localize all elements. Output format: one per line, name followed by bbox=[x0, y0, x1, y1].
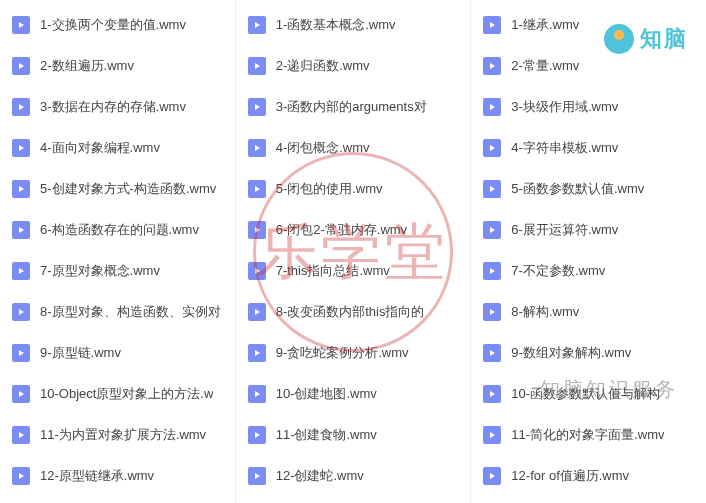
file-item[interactable]: 12-for of值遍历.wmv bbox=[471, 455, 706, 496]
file-item[interactable]: 11-为内置对象扩展方法.wmv bbox=[0, 414, 235, 455]
file-name: 8-解构.wmv bbox=[511, 303, 579, 321]
file-name: 10-创建地图.wmv bbox=[276, 385, 377, 403]
file-name: 11-创建食物.wmv bbox=[276, 426, 377, 444]
file-name: 9-贪吃蛇案例分析.wmv bbox=[276, 344, 409, 362]
file-name: 9-原型链.wmv bbox=[40, 344, 121, 362]
file-item[interactable]: 5-函数参数默认值.wmv bbox=[471, 168, 706, 209]
file-name: 11-为内置对象扩展方法.wmv bbox=[40, 426, 206, 444]
file-name: 9-数组对象解构.wmv bbox=[511, 344, 631, 362]
video-file-icon bbox=[483, 16, 501, 34]
file-name: 2-常量.wmv bbox=[511, 57, 579, 75]
file-name: 11-简化的对象字面量.wmv bbox=[511, 426, 664, 444]
file-name: 10-Object原型对象上的方法.w bbox=[40, 385, 213, 403]
file-item[interactable]: 10-创建地图.wmv bbox=[236, 373, 471, 414]
video-file-icon bbox=[12, 139, 30, 157]
file-item[interactable]: 3-函数内部的arguments对 bbox=[236, 86, 471, 127]
file-item[interactable]: 2-递归函数.wmv bbox=[236, 45, 471, 86]
file-name: 3-函数内部的arguments对 bbox=[276, 98, 427, 116]
video-file-icon bbox=[248, 139, 266, 157]
file-name: 3-块级作用域.wmv bbox=[511, 98, 618, 116]
video-file-icon bbox=[248, 303, 266, 321]
file-item[interactable]: 8-解构.wmv bbox=[471, 291, 706, 332]
video-file-icon bbox=[248, 344, 266, 362]
file-item[interactable]: 5-闭包的使用.wmv bbox=[236, 168, 471, 209]
video-file-icon bbox=[248, 385, 266, 403]
file-name: 1-函数基本概念.wmv bbox=[276, 16, 396, 34]
file-name: 8-原型对象、构造函数、实例对 bbox=[40, 303, 221, 321]
file-item[interactable]: 4-字符串模板.wmv bbox=[471, 127, 706, 168]
video-file-icon bbox=[12, 303, 30, 321]
video-file-icon bbox=[483, 98, 501, 116]
file-column: 1-交换两个变量的值.wmv2-数组遍历.wmv3-数据在内存的存储.wmv4-… bbox=[0, 0, 236, 503]
file-name: 8-改变函数内部this指向的 bbox=[276, 303, 425, 321]
file-name: 6-展开运算符.wmv bbox=[511, 221, 618, 239]
file-item[interactable]: 9-贪吃蛇案例分析.wmv bbox=[236, 332, 471, 373]
video-file-icon bbox=[483, 57, 501, 75]
video-file-icon bbox=[483, 344, 501, 362]
video-file-icon bbox=[12, 467, 30, 485]
file-item[interactable]: 8-原型对象、构造函数、实例对 bbox=[0, 291, 235, 332]
video-file-icon bbox=[12, 385, 30, 403]
file-column: 1-函数基本概念.wmv2-递归函数.wmv3-函数内部的arguments对4… bbox=[236, 0, 472, 503]
file-item[interactable]: 11-简化的对象字面量.wmv bbox=[471, 414, 706, 455]
file-name: 7-不定参数.wmv bbox=[511, 262, 605, 280]
file-column: 1-继承.wmv2-常量.wmv3-块级作用域.wmv4-字符串模板.wmv5-… bbox=[471, 0, 706, 503]
video-file-icon bbox=[12, 57, 30, 75]
video-file-icon bbox=[248, 180, 266, 198]
video-file-icon bbox=[483, 180, 501, 198]
video-file-icon bbox=[483, 385, 501, 403]
file-item[interactable]: 6-构造函数存在的问题.wmv bbox=[0, 209, 235, 250]
video-file-icon bbox=[248, 262, 266, 280]
file-item[interactable]: 2-数组遍历.wmv bbox=[0, 45, 235, 86]
file-item[interactable]: 7-原型对象概念.wmv bbox=[0, 250, 235, 291]
video-file-icon bbox=[248, 221, 266, 239]
file-name: 12-原型链继承.wmv bbox=[40, 467, 154, 485]
file-item[interactable]: 11-创建食物.wmv bbox=[236, 414, 471, 455]
file-item[interactable]: 6-展开运算符.wmv bbox=[471, 209, 706, 250]
file-name: 4-闭包概念.wmv bbox=[276, 139, 370, 157]
file-item[interactable]: 10-Object原型对象上的方法.w bbox=[0, 373, 235, 414]
video-file-icon bbox=[248, 467, 266, 485]
file-name: 4-字符串模板.wmv bbox=[511, 139, 618, 157]
file-name: 3-数据在内存的存储.wmv bbox=[40, 98, 186, 116]
file-item[interactable]: 12-创建蛇.wmv bbox=[236, 455, 471, 496]
file-name: 6-构造函数存在的问题.wmv bbox=[40, 221, 199, 239]
file-item[interactable]: 4-面向对象编程.wmv bbox=[0, 127, 235, 168]
file-name: 10-函数参数默认值与解构 bbox=[511, 385, 660, 403]
video-file-icon bbox=[12, 221, 30, 239]
video-file-icon bbox=[12, 426, 30, 444]
file-item[interactable]: 6-闭包2-常驻内存.wmv bbox=[236, 209, 471, 250]
video-file-icon bbox=[248, 57, 266, 75]
file-item[interactable]: 9-原型链.wmv bbox=[0, 332, 235, 373]
video-file-icon bbox=[12, 262, 30, 280]
video-file-icon bbox=[12, 16, 30, 34]
file-name: 7-原型对象概念.wmv bbox=[40, 262, 160, 280]
file-name: 2-递归函数.wmv bbox=[276, 57, 370, 75]
file-columns: 1-交换两个变量的值.wmv2-数组遍历.wmv3-数据在内存的存储.wmv4-… bbox=[0, 0, 706, 503]
file-item[interactable]: 3-数据在内存的存储.wmv bbox=[0, 86, 235, 127]
file-item[interactable]: 10-函数参数默认值与解构 bbox=[471, 373, 706, 414]
file-name: 7-this指向总结.wmv bbox=[276, 262, 390, 280]
video-file-icon bbox=[483, 139, 501, 157]
file-item[interactable]: 9-数组对象解构.wmv bbox=[471, 332, 706, 373]
file-item[interactable]: 1-交换两个变量的值.wmv bbox=[0, 4, 235, 45]
file-item[interactable]: 1-继承.wmv bbox=[471, 4, 706, 45]
video-file-icon bbox=[12, 344, 30, 362]
file-item[interactable]: 5-创建对象方式-构造函数.wmv bbox=[0, 168, 235, 209]
file-item[interactable]: 12-原型链继承.wmv bbox=[0, 455, 235, 496]
file-item[interactable]: 7-不定参数.wmv bbox=[471, 250, 706, 291]
file-name: 5-函数参数默认值.wmv bbox=[511, 180, 644, 198]
file-item[interactable]: 3-块级作用域.wmv bbox=[471, 86, 706, 127]
file-item[interactable]: 2-常量.wmv bbox=[471, 45, 706, 86]
file-name: 4-面向对象编程.wmv bbox=[40, 139, 160, 157]
video-file-icon bbox=[248, 426, 266, 444]
file-item[interactable]: 8-改变函数内部this指向的 bbox=[236, 291, 471, 332]
file-item[interactable]: 7-this指向总结.wmv bbox=[236, 250, 471, 291]
file-item[interactable]: 4-闭包概念.wmv bbox=[236, 127, 471, 168]
video-file-icon bbox=[12, 180, 30, 198]
video-file-icon bbox=[483, 262, 501, 280]
file-name: 1-继承.wmv bbox=[511, 16, 579, 34]
file-item[interactable]: 1-函数基本概念.wmv bbox=[236, 4, 471, 45]
video-file-icon bbox=[248, 98, 266, 116]
file-name: 5-闭包的使用.wmv bbox=[276, 180, 383, 198]
